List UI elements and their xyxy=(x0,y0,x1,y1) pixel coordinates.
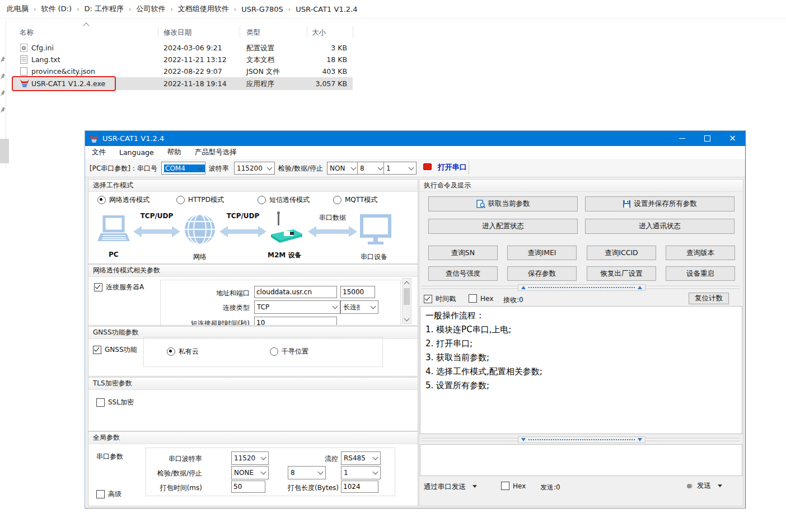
serial-data-bits-select[interactable]: 8 xyxy=(288,466,326,479)
stop-bits-select[interactable]: 1 xyxy=(383,162,417,175)
column-separator[interactable] xyxy=(240,26,240,37)
radio-httpd-mode[interactable]: HTTPD模式 xyxy=(176,195,224,205)
conn-type-select[interactable]: TCP xyxy=(254,300,340,314)
column-header-type[interactable]: 类型 xyxy=(246,28,260,37)
query-iccid-button[interactable]: 查询ICCID xyxy=(587,246,656,260)
get-params-button[interactable]: 获取当前参数 xyxy=(428,196,578,211)
breadcrumb-item[interactable]: USR-G780S xyxy=(241,5,283,13)
table-row[interactable]: Lang.txt 2022-11-21 13:12 文本文档 18 KB xyxy=(12,54,353,65)
enter-comm-button[interactable]: 进入通讯状态 xyxy=(585,219,734,234)
short-conn-timeout-label: 短连接超时时间(秒) xyxy=(178,319,250,326)
collapse-down-icon[interactable] xyxy=(638,438,642,441)
breadcrumb-item[interactable]: 文档组使用软件 xyxy=(178,4,229,14)
baud-select[interactable]: 115200 xyxy=(234,162,275,175)
minimize-button[interactable] xyxy=(670,131,695,146)
receive-hex-checkbox[interactable]: Hex xyxy=(469,294,493,303)
send-button[interactable]: 发送 xyxy=(686,481,722,491)
radio-net-transparent-mode[interactable]: 网络透传模式 xyxy=(97,195,149,205)
scrollbar-thumb[interactable] xyxy=(404,288,410,305)
advanced-checkbox[interactable]: 高级 xyxy=(96,489,121,499)
timestamp-checkbox[interactable]: 时间戳 xyxy=(424,294,456,304)
data-bits-select[interactable]: 8 xyxy=(357,162,386,175)
connect-server-a-checkbox[interactable]: 连接服务器A xyxy=(94,283,144,292)
server-port-input[interactable] xyxy=(340,286,375,298)
pin-icon xyxy=(0,90,6,97)
radio-mqtt-mode[interactable]: MQTT模式 xyxy=(333,195,377,205)
receive-log[interactable]: 一般操作流程： 1. 模块连PC串口,上电; 2. 打开串口; 3. 获取当前参… xyxy=(420,306,742,434)
send-hex-checkbox[interactable]: Hex xyxy=(501,482,526,490)
table-row[interactable]: Cfg.ini 2024-03-06 9:21 配置设置 3 KB xyxy=(12,42,353,54)
chevron-down-icon xyxy=(371,304,376,309)
enter-config-button[interactable]: 进入配置状态 xyxy=(428,219,578,234)
maximize-button[interactable] xyxy=(695,131,720,146)
title-bar[interactable]: USR-CAT1 V1.2.4 × xyxy=(85,131,745,146)
set-save-all-button[interactable]: 设置并保存所有参数 xyxy=(585,196,734,211)
column-header-name[interactable]: 名称 xyxy=(20,28,34,37)
query-version-button[interactable]: 查询版本 xyxy=(666,246,735,260)
laptop-icon xyxy=(96,215,130,249)
pack-length-label: 打包长度(Bytes) xyxy=(269,483,339,493)
radio-qianxun[interactable]: 千寻位置 xyxy=(270,347,308,356)
serial-stop-bits-select[interactable]: 1 xyxy=(341,466,381,479)
chevron-up-icon xyxy=(404,281,410,286)
breadcrumb-item[interactable]: D: 工作程序 xyxy=(84,4,124,14)
radio-private-cloud[interactable]: 私有云 xyxy=(167,347,199,356)
pack-time-input[interactable] xyxy=(231,481,265,493)
splitter-handle[interactable] xyxy=(518,284,645,291)
net-params-scrollbar[interactable] xyxy=(402,278,411,324)
checkbox-unchecked-icon xyxy=(501,482,509,490)
serial-parity-select[interactable]: NONE xyxy=(231,466,269,479)
splitter-horizontal[interactable] xyxy=(422,436,740,443)
button-label: 保存参数 xyxy=(528,269,556,279)
close-button[interactable]: × xyxy=(720,131,745,146)
parity-select[interactable]: NONE xyxy=(327,162,359,175)
button-label: 查信号强度 xyxy=(446,269,481,279)
device-reboot-button[interactable]: 设备重启 xyxy=(666,266,735,281)
query-signal-button[interactable]: 查信号强度 xyxy=(428,266,498,281)
short-conn-timeout-input[interactable] xyxy=(254,317,337,326)
column-separator[interactable] xyxy=(353,26,353,37)
menu-item-file[interactable]: 文件 xyxy=(92,148,106,157)
query-sn-button[interactable]: 查询SN xyxy=(428,246,498,260)
send-input-area[interactable] xyxy=(420,444,742,476)
radio-off-icon xyxy=(258,196,266,204)
com-port-select[interactable]: COM4 xyxy=(161,162,205,175)
ssl-checkbox[interactable]: SSL加密 xyxy=(96,398,134,407)
column-header-size[interactable]: 大小 xyxy=(312,28,326,37)
column-header-date[interactable]: 修改日期 xyxy=(163,28,191,37)
table-row[interactable]: province&city.json 2022-08-22 9:07 JSON … xyxy=(12,65,353,77)
collapse-down-icon[interactable] xyxy=(521,438,526,441)
table-row-selected[interactable]: USR-CAT1 V1.2.4.exe 2022-11-18 19:14 应用程… xyxy=(12,77,353,90)
collapse-up-icon[interactable] xyxy=(521,286,526,289)
save-params-button[interactable]: 保存参数 xyxy=(507,266,577,281)
menu-item-language[interactable]: Language xyxy=(119,148,154,157)
scroll-down-button[interactable] xyxy=(403,315,411,323)
breadcrumb-item[interactable]: USR-CAT1 V1.2.4 xyxy=(296,5,357,13)
menu-item-help[interactable]: 帮助 xyxy=(167,148,181,157)
splitter-horizontal[interactable] xyxy=(422,284,740,291)
send-via-dropdown[interactable]: 通过串口发送 xyxy=(424,482,477,492)
gnss-enable-checkbox[interactable]: GNSS功能 xyxy=(93,345,137,355)
server-address-input[interactable] xyxy=(254,286,337,298)
query-imei-button[interactable]: 查询IMEI xyxy=(507,246,577,260)
splitter-handle[interactable] xyxy=(518,436,645,443)
column-separator[interactable] xyxy=(307,26,307,37)
collapse-up-icon[interactable] xyxy=(638,286,642,289)
serial-baud-select[interactable]: 115200 xyxy=(231,451,269,465)
scroll-up-button[interactable] xyxy=(403,279,411,287)
open-serial-button[interactable]: 打开串口 xyxy=(423,162,467,172)
radio-on-icon xyxy=(167,347,175,356)
radio-sms-mode[interactable]: 短信透传模式 xyxy=(258,195,310,205)
scrollbar-fragment[interactable] xyxy=(0,139,9,163)
conn-keep-select[interactable]: 长连接 xyxy=(340,300,378,314)
breadcrumb-item[interactable]: 公司软件 xyxy=(136,4,165,14)
pack-length-input[interactable] xyxy=(341,481,378,493)
reset-count-button[interactable]: 复位计数 xyxy=(689,293,729,304)
menu-item-product-model[interactable]: 产品型号选择 xyxy=(195,148,237,157)
flow-control-select[interactable]: RS485 xyxy=(341,451,381,465)
column-separator[interactable] xyxy=(158,26,158,37)
factory-reset-button[interactable]: 恢复出厂设置 xyxy=(587,266,656,281)
checkbox-label: Hex xyxy=(480,295,493,303)
breadcrumb-item[interactable]: 软件 (D:) xyxy=(41,4,72,14)
breadcrumb-item[interactable]: 此电脑 xyxy=(7,4,29,14)
